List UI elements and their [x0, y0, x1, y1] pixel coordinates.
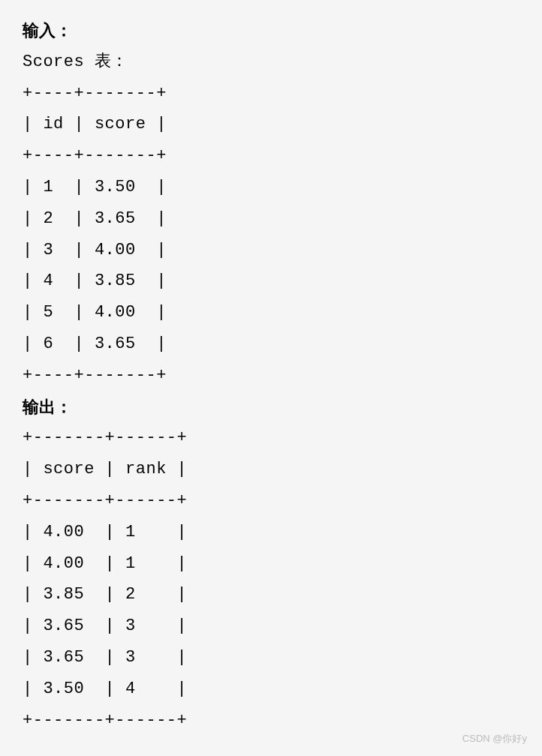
- input-row: | 2 | 3.65 |: [23, 203, 519, 235]
- output-row: | 3.50 | 4 |: [23, 674, 519, 705]
- output-divider-mid: +-------+------+: [23, 485, 519, 517]
- input-header-row: | id | score |: [23, 109, 519, 140]
- output-row: | 3.65 | 3 |: [23, 642, 519, 674]
- input-divider-top: +----+-------+: [23, 78, 519, 110]
- input-row: | 3 | 4.00 |: [23, 235, 519, 266]
- input-section: 输入： Scores 表： +----+-------+ | id | scor…: [23, 15, 519, 392]
- input-row: | 1 | 3.50 |: [23, 172, 519, 203]
- output-divider-bot: +-------+------+: [23, 705, 519, 736]
- input-divider-bot: +----+-------+: [23, 360, 519, 392]
- output-row: | 4.00 | 1 |: [23, 517, 519, 548]
- input-row: | 6 | 3.65 |: [23, 328, 519, 360]
- input-row: | 5 | 4.00 |: [23, 297, 519, 328]
- output-header-row: | score | rank |: [23, 454, 519, 485]
- output-heading: 输出：: [23, 392, 519, 423]
- input-table-label: Scores 表：: [23, 46, 519, 78]
- input-row: | 4 | 3.85 |: [23, 266, 519, 297]
- watermark: CSDN @你好y: [462, 730, 527, 748]
- output-section: 输出： +-------+------+ | score | rank | +-…: [23, 392, 519, 736]
- input-divider-mid: +----+-------+: [23, 140, 519, 172]
- output-row: | 3.85 | 2 |: [23, 579, 519, 610]
- output-divider-top: +-------+------+: [23, 422, 519, 454]
- output-row: | 4.00 | 1 |: [23, 548, 519, 580]
- output-row: | 3.65 | 3 |: [23, 610, 519, 642]
- input-heading: 输入：: [23, 15, 519, 46]
